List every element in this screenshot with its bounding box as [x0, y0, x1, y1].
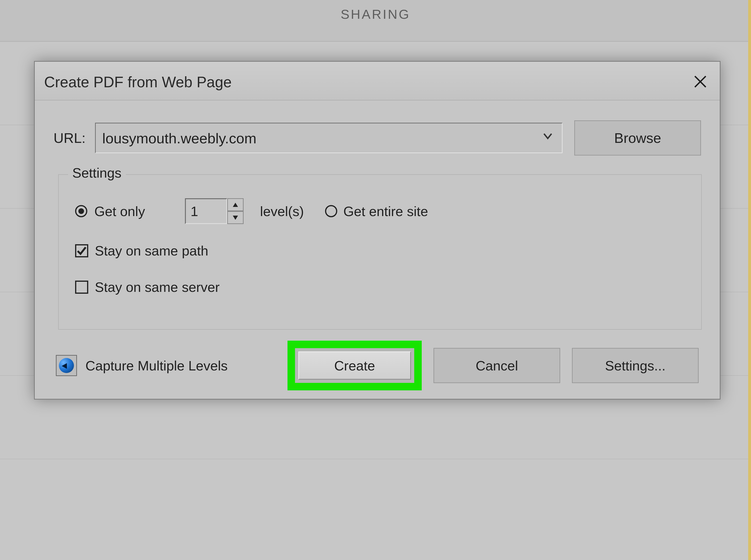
- triangle-down-icon: [232, 215, 238, 221]
- close-icon: [693, 75, 707, 88]
- get-only-label: Get only: [94, 203, 145, 219]
- background-edge: [748, 0, 751, 560]
- cancel-button-label: Cancel: [476, 358, 518, 374]
- create-pdf-dialog: Create PDF from Web Page URL: lousymouth…: [34, 61, 720, 400]
- settings-level-row: Get only 1 level(s) Get entire site: [75, 198, 685, 224]
- levels-value: 1: [191, 203, 198, 219]
- dialog-footer: Capture Multiple Levels Create Cancel Se…: [56, 345, 699, 385]
- levels-spinner: 1: [185, 198, 243, 224]
- stay-server-checkbox[interactable]: [75, 281, 88, 294]
- stay-server-label: Stay on same server: [95, 279, 220, 295]
- levels-suffix-label: level(s): [260, 203, 304, 219]
- settings-groupbox: Settings Get only 1 level(s) Get entire …: [58, 174, 702, 329]
- create-button[interactable]: Create: [298, 352, 411, 380]
- settings-button[interactable]: Settings...: [572, 348, 699, 383]
- capture-levels-label: Capture Multiple Levels: [85, 358, 228, 374]
- capture-levels-icon-button[interactable]: [56, 355, 77, 376]
- stay-path-checkbox[interactable]: [75, 244, 88, 257]
- triangle-up-icon: [232, 202, 238, 208]
- browse-button[interactable]: Browse: [574, 120, 701, 156]
- get-entire-label: Get entire site: [343, 203, 428, 219]
- get-entire-radio[interactable]: [325, 205, 337, 217]
- svg-marker-3: [233, 216, 238, 220]
- checkmark-icon: [77, 246, 86, 256]
- spinner-up-button[interactable]: [227, 198, 243, 211]
- settings-button-label: Settings...: [605, 358, 666, 374]
- url-row: URL: lousymouth.weebly.com Browse: [54, 119, 701, 157]
- create-button-frame: Create: [295, 348, 414, 383]
- chevron-down-icon[interactable]: [543, 132, 552, 141]
- get-only-radio[interactable]: [75, 205, 87, 217]
- spinner-down-button[interactable]: [227, 211, 243, 224]
- stay-path-row: Stay on same path: [75, 243, 209, 259]
- levels-input[interactable]: 1: [185, 198, 227, 224]
- stay-server-row: Stay on same server: [75, 279, 220, 295]
- url-value: lousymouth.weebly.com: [102, 130, 257, 147]
- close-button[interactable]: [690, 71, 711, 92]
- settings-legend: Settings: [68, 165, 126, 181]
- dialog-titlebar[interactable]: Create PDF from Web Page: [35, 62, 720, 100]
- url-label: URL:: [54, 130, 86, 146]
- back-arrow-globe-icon: [59, 358, 74, 373]
- dialog-title: Create PDF from Web Page: [44, 74, 232, 91]
- create-button-highlight: Create: [288, 341, 422, 391]
- stay-path-label: Stay on same path: [95, 243, 209, 259]
- svg-marker-2: [233, 203, 238, 207]
- cancel-button[interactable]: Cancel: [433, 348, 560, 383]
- url-combobox[interactable]: lousymouth.weebly.com: [95, 123, 562, 153]
- browse-button-label: Browse: [614, 130, 661, 146]
- spinner-buttons: [227, 198, 243, 224]
- create-button-label: Create: [334, 358, 375, 374]
- radio-dot-icon: [78, 208, 84, 214]
- background-tab-sharing[interactable]: SHARING: [340, 6, 410, 22]
- background-header: SHARING: [0, 0, 751, 42]
